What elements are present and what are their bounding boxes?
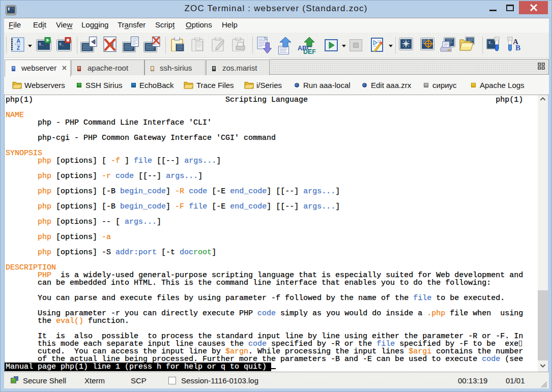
svg-text:DEF: DEF bbox=[303, 48, 316, 55]
svg-text:B: B bbox=[515, 44, 520, 52]
svg-text:$_: $_ bbox=[59, 42, 64, 46]
svg-text:Z: Z bbox=[17, 45, 20, 51]
svg-text:$_: $_ bbox=[39, 42, 44, 46]
svg-text:A: A bbox=[16, 38, 20, 44]
svg-text:$_: $_ bbox=[488, 41, 493, 45]
